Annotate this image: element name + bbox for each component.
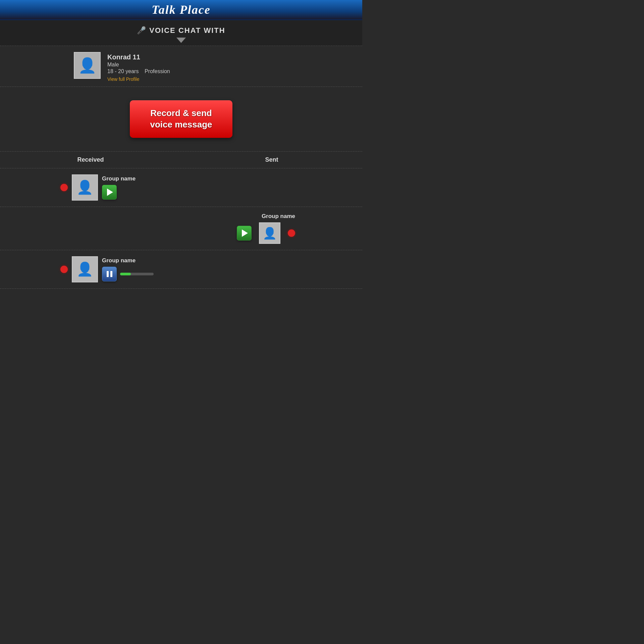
unread-indicator — [60, 266, 68, 273]
avatar-person-icon: 👤 — [76, 261, 93, 277]
view-full-profile-link[interactable]: View full Profile — [107, 76, 170, 82]
message-group-name: Group name — [102, 175, 136, 182]
message-row: 👤 Group name — [0, 168, 362, 207]
avatar: 👤 — [74, 52, 101, 79]
message-row: 👤 Group name — [0, 250, 362, 289]
received-column-header: Received — [0, 156, 181, 163]
profile-age: 18 - 20 years — [107, 68, 139, 74]
pause-bar-right — [110, 271, 112, 277]
voice-title-row: 🎤 VOICE CHAT WITH — [137, 26, 225, 35]
avatar-person-icon: 👤 — [76, 179, 93, 195]
message-group-name: Group name — [262, 213, 295, 220]
play-triangle-icon — [107, 189, 113, 196]
unread-indicator — [60, 184, 68, 191]
play-button[interactable] — [237, 226, 252, 240]
avatar: 👤 — [72, 256, 98, 282]
message-content: Group name — [102, 257, 154, 281]
message-content: Group name 👤 — [237, 213, 295, 244]
message-group-name: Group name — [102, 257, 154, 264]
pause-button[interactable] — [102, 267, 117, 281]
app-header: Talk Place — [0, 0, 362, 20]
message-content: Group name — [102, 175, 136, 200]
profile-gender: Male — [107, 62, 170, 68]
unread-indicator — [288, 229, 295, 237]
chevron-down-icon — [176, 38, 186, 43]
playback-progress-track — [120, 273, 154, 275]
play-triangle-icon — [242, 229, 248, 237]
avatar-person-icon: 👤 — [78, 57, 97, 74]
pause-bar-left — [107, 271, 109, 277]
playback-progress-fill — [120, 273, 131, 275]
playback-row — [102, 267, 154, 281]
messages-section: Received Sent 👤 Group name Group name 👤 — [0, 152, 362, 289]
app-logo: Talk Place — [152, 3, 211, 17]
voice-chat-title: VOICE CHAT WITH — [149, 26, 225, 35]
voice-chat-bar: 🎤 VOICE CHAT WITH — [0, 20, 362, 46]
play-button[interactable] — [102, 185, 117, 200]
profile-info: Konrad 11 Male 18 - 20 years Profession … — [107, 52, 170, 82]
messages-header: Received Sent — [0, 152, 362, 168]
profile-profession: Profession — [145, 68, 170, 74]
pause-bars-icon — [107, 271, 112, 277]
sent-column-header: Sent — [181, 156, 362, 163]
mic-icon: 🎤 — [137, 26, 146, 35]
record-send-button[interactable]: Record & send voice message — [130, 100, 232, 138]
playback-row: 👤 — [237, 222, 295, 244]
avatar: 👤 — [259, 222, 280, 244]
record-btn-text-line2: voice message — [150, 119, 212, 130]
avatar: 👤 — [72, 174, 98, 201]
record-btn-text-line1: Record & send — [150, 108, 212, 119]
profile-name: Konrad 11 — [107, 53, 170, 61]
avatar-person-icon: 👤 — [263, 226, 277, 240]
profile-details: 18 - 20 years Profession — [107, 68, 170, 74]
record-section: Record & send voice message — [0, 87, 362, 152]
message-row: Group name 👤 — [0, 207, 362, 250]
profile-section: 👤 Konrad 11 Male 18 - 20 years Professio… — [0, 46, 362, 87]
